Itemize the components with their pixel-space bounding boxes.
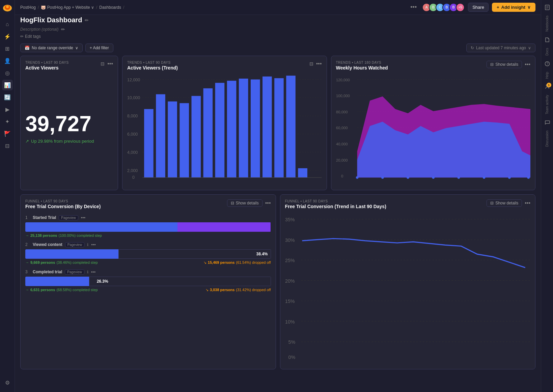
filter-left: 📅 No date range override ∨ + Add filter: [20, 44, 113, 52]
description-text: Description (optional): [20, 27, 58, 32]
svg-text:2,000: 2,000: [127, 168, 138, 173]
edit-tags-button[interactable]: ✏ Edit tags: [20, 34, 41, 39]
svg-rect-24: [239, 79, 248, 177]
chevron-down-icon: ∨: [75, 46, 78, 50]
step-name: Started Trial: [33, 215, 56, 220]
svg-text:25%: 25%: [285, 258, 295, 263]
svg-text:15%: 15%: [285, 299, 295, 304]
svg-text:8,000: 8,000: [127, 114, 138, 118]
discussion-icon[interactable]: [543, 118, 552, 127]
docs-label[interactable]: Docs: [545, 46, 550, 58]
docs-icon[interactable]: [543, 35, 552, 45]
sidebar-item-persons[interactable]: ⚙: [2, 377, 13, 388]
show-details-button[interactable]: ⊟ Show details: [227, 199, 262, 207]
card-more-button[interactable]: •••: [107, 61, 113, 67]
card-header-left: TRENDS • LAST 90 DAYS Active Viewers: [25, 61, 101, 71]
sidebar-item-flags[interactable]: 🚩: [2, 128, 13, 139]
card-more-button[interactable]: •••: [525, 200, 530, 206]
breadcrumb-posthog[interactable]: PostHog: [20, 5, 36, 10]
free-trial-device-card: FUNNEL • LAST 90 DAYS Free Trial Convers…: [20, 194, 276, 369]
card-more-button[interactable]: •••: [265, 200, 271, 206]
funnel-stats: → 9,669 persons (38.46%) completed step …: [25, 260, 271, 265]
description-row: Description (optional) ✏: [15, 25, 541, 33]
card-header-left: FUNNEL • LAST 90 DAYS Free Trial Convers…: [25, 199, 227, 209]
table-icon: ⊟: [490, 201, 494, 205]
last-updated[interactable]: ↻ Last updated 7 minutes ago ∨: [466, 44, 535, 52]
svg-text:4,000: 4,000: [127, 150, 138, 155]
info-icon: ℹ: [87, 270, 88, 274]
show-details-button[interactable]: ⊟ Show details: [487, 199, 522, 207]
funnel-bar: 38.4% 38.4%: [25, 249, 271, 259]
card-more-button[interactable]: •••: [316, 61, 322, 67]
team-activity-icon[interactable]: 1: [543, 82, 552, 91]
logo[interactable]: [2, 3, 13, 13]
share-button[interactable]: Share: [468, 3, 489, 12]
svg-point-49: [482, 176, 485, 179]
breadcrumb-dashboards[interactable]: Dashboards: [99, 5, 121, 10]
svg-point-50: [508, 176, 511, 179]
completed-stat: → 9,669 persons (38.46%) completed step: [25, 260, 98, 265]
sidebar-item-data[interactable]: ⊟: [2, 140, 13, 151]
edit-description-icon[interactable]: ✏: [61, 27, 65, 32]
breadcrumb-sep3: /: [123, 5, 124, 10]
edit-title-icon[interactable]: ✏: [85, 18, 89, 23]
step-number: 3: [25, 270, 30, 274]
line-chart-container: 35% 30% 25% 20% 15% 10% 5% 0%: [285, 214, 531, 364]
card-actions: ⊟ Show details •••: [487, 61, 530, 68]
breadcrumb-app[interactable]: 🐷 PostHog App + Website ∨: [41, 5, 94, 10]
add-filter-button[interactable]: + Add filter: [85, 44, 113, 52]
svg-text:5%: 5%: [288, 339, 295, 345]
date-range-button[interactable]: 📅 No date range override ∨: [20, 44, 83, 52]
step-header: 1 Started Trial Pageview •••: [25, 215, 271, 220]
card-more-button[interactable]: •••: [525, 61, 530, 67]
bar-blue: [25, 222, 177, 232]
more-options-button[interactable]: •••: [408, 3, 419, 11]
step-header: 2 Viewed content Pageview ℹ •••: [25, 242, 271, 247]
card-title: Free Trial Conversion (Trend in Last 90 …: [285, 204, 487, 209]
card-header: TRENDS • LAST 90 DAYS Active Viewers ⊟ •…: [25, 61, 113, 71]
show-details-button[interactable]: ⊟ Show details: [487, 61, 522, 68]
notebooks-label[interactable]: Notebooks: [545, 13, 550, 34]
step-header: 3 Completed trial Pageview ℹ •••: [25, 270, 271, 275]
card-actions: ⊟ •••: [101, 61, 113, 67]
help-label[interactable]: Help: [545, 70, 550, 81]
card-meta: TRENDS • LAST 90 DAYS: [127, 61, 309, 64]
sidebar-item-pages[interactable]: ⊞: [2, 43, 13, 54]
sidebar-item-replay[interactable]: ▶: [2, 104, 13, 115]
sidebar-item-users[interactable]: 👤: [2, 55, 13, 66]
team-activity-label[interactable]: Team activity: [545, 93, 550, 116]
step-number: 2: [25, 242, 30, 247]
step-more[interactable]: •••: [81, 215, 86, 220]
table-icon: ⊟: [231, 201, 234, 205]
discussion-label[interactable]: Discussion: [545, 129, 550, 149]
funnel-stats: → 6,631 persons (68.58%) completed step …: [25, 288, 271, 292]
big-number-change: ↗ Up 29.98% from previous period: [25, 139, 94, 144]
notebooks-icon[interactable]: [543, 3, 552, 12]
completed-stat: → 25,138 persons (100.00%) completed ste…: [25, 233, 102, 237]
sidebar-item-home[interactable]: ⌂: [2, 19, 13, 30]
breadcrumb: PostHog / 🐷 PostHog App + Website ∨ / Da…: [20, 5, 124, 10]
card-header: TRENDS • LAST 180 DAYS Weekly Hours Watc…: [336, 61, 531, 71]
arrow-icon: →: [25, 260, 29, 264]
svg-text:20,000: 20,000: [336, 158, 348, 162]
help-icon[interactable]: ?: [543, 59, 552, 68]
svg-rect-23: [227, 81, 237, 177]
sidebar-item-signals[interactable]: ◎: [2, 67, 13, 78]
step-tag: Pageview: [65, 270, 84, 275]
step-more[interactable]: •••: [91, 242, 96, 247]
notification-badge: 1: [547, 83, 551, 87]
sidebar-item-insights[interactable]: 🔄: [2, 92, 13, 103]
funnel-bar: 26.3%: [25, 277, 271, 286]
svg-point-2: [6, 5, 9, 8]
sidebar-item-activity[interactable]: ⚡: [2, 31, 13, 42]
sidebar-item-experiments[interactable]: ✦: [2, 116, 13, 127]
card-actions: ⊟ Show details •••: [487, 199, 530, 207]
step-more[interactable]: •••: [91, 270, 96, 275]
card-title: Free Trial Conversion (By Device): [25, 204, 227, 209]
card-header-left: TRENDS • LAST 180 DAYS Weekly Hours Watc…: [336, 61, 487, 71]
svg-text:35%: 35%: [285, 217, 295, 222]
add-insight-button[interactable]: + Add insight ∨: [492, 3, 535, 12]
trend-up-icon: ↗: [25, 139, 29, 144]
sidebar-item-charts[interactable]: 📊: [2, 80, 13, 90]
title-row: HogFlix Dashboard ✏: [15, 15, 541, 25]
